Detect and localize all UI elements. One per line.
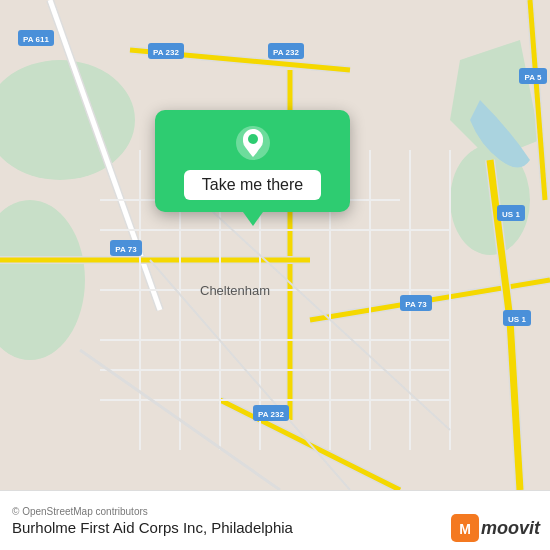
moovit-text: moovit [481,518,540,539]
moovit-logo: M moovit [451,514,540,542]
location-pin-icon [234,124,272,162]
svg-text:PA 73: PA 73 [405,300,427,309]
svg-text:US 1: US 1 [502,210,520,219]
bottom-bar: © OpenStreetMap contributors Burholme Fi… [0,490,550,550]
map-container: PA 611 PA 232 PA 232 PA 73 PA 73 US 1 US… [0,0,550,490]
svg-text:PA 232: PA 232 [153,48,179,57]
svg-text:PA 232: PA 232 [258,410,284,419]
popup-card: Take me there [155,110,350,212]
svg-text:US 1: US 1 [508,315,526,324]
svg-text:PA 232: PA 232 [273,48,299,57]
moovit-icon: M [451,514,479,542]
svg-text:PA 73: PA 73 [115,245,137,254]
svg-text:M: M [459,521,471,537]
svg-text:PA 611: PA 611 [23,35,49,44]
svg-point-62 [248,134,258,144]
svg-text:Cheltenham: Cheltenham [200,283,270,298]
take-me-there-button[interactable]: Take me there [184,170,321,200]
svg-text:PA 5: PA 5 [525,73,542,82]
